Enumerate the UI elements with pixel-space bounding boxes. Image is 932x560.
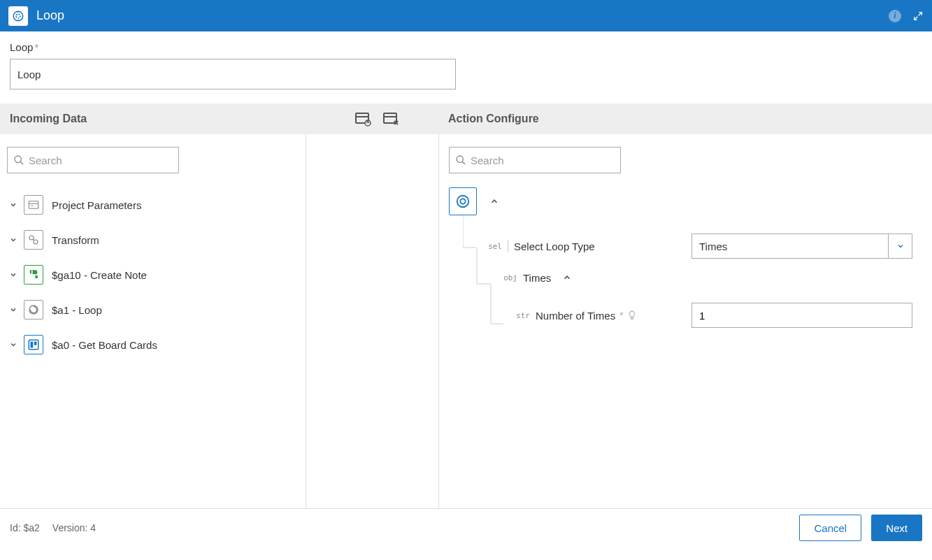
app-header: Loop i [0,0,932,31]
svg-point-12 [457,156,463,162]
cancel-button[interactable]: Cancel [799,515,861,541]
svg-rect-11 [34,342,37,345]
lightbulb-icon[interactable] [626,310,638,321]
tree-item-loop[interactable]: $a1 - Loop [7,292,299,327]
chevron-down-icon [7,201,20,209]
config-root[interactable] [449,187,922,215]
next-button[interactable]: Next [871,515,922,541]
config-select-loop-type-row: sel Select Loop Type Times [463,215,922,259]
svg-point-6 [29,236,34,240]
required-mark: * [619,310,623,321]
chevron-up-icon[interactable] [489,196,499,206]
tree-item-project-parameters[interactable]: Project Parameters [7,187,299,222]
loop-icon [8,6,28,26]
name-input[interactable] [10,59,456,89]
middle-panel [306,134,438,508]
svg-point-0 [13,11,23,21]
action-configure-panel: sel Select Loop Type Times obj Times [438,134,932,508]
tree-label: $a0 - Get Board Cards [52,339,157,351]
loop-small-icon [24,300,43,320]
number-of-times-label: Number of Times [536,310,615,322]
incoming-search-input[interactable] [29,155,173,166]
header-title: Loop [36,8,889,23]
svg-rect-5 [29,201,38,209]
config-times-row[interactable]: obj Times [463,259,922,296]
loop-type-value: Times [692,240,888,252]
tree-label: $ga10 - Create Note [52,269,147,281]
tree-item-create-note[interactable]: $ga10 - Create Note [7,257,299,292]
action-configure-header: Action Configure [448,113,539,125]
times-label: Times [523,272,551,284]
svg-point-13 [457,196,469,208]
svg-point-4 [15,156,21,162]
name-label: Loop* [10,41,922,53]
type-badge: sel [480,242,502,251]
expand-icon[interactable] [912,10,924,22]
chevron-down-icon [7,236,20,244]
incoming-data-header: Incoming Data [10,113,354,125]
main-content: Project Parameters Transform $ga10 - Cre… [0,134,932,508]
tree-label: $a1 - Loop [52,304,102,316]
action-search-input[interactable] [471,155,615,166]
footer-version: Version: 4 [52,522,96,533]
trello-icon [24,335,43,354]
chevron-up-icon[interactable] [562,273,572,282]
panel-close-icon[interactable] [382,111,401,127]
search-icon [455,155,466,166]
evernote-icon [24,265,43,285]
type-badge: obj [495,273,517,282]
tree-item-get-board-cards[interactable]: $a0 - Get Board Cards [7,327,299,362]
config-number-of-times-row: str Number of Times * [463,296,922,334]
action-search[interactable] [449,147,621,173]
search-icon [13,155,24,166]
panel-toggle-icon[interactable] [354,111,373,127]
tree-item-transform[interactable]: Transform [7,222,299,257]
incoming-search[interactable] [7,147,179,173]
params-icon [24,195,43,215]
chevron-down-icon [7,340,20,349]
select-loop-type-label: Select Loop Type [514,240,595,252]
info-icon[interactable]: i [889,10,901,22]
tree-label: Project Parameters [52,199,141,211]
svg-rect-9 [29,340,38,350]
chevron-down-icon [7,306,20,314]
chevron-down-icon [7,271,20,279]
svg-point-7 [34,240,38,244]
footer: Id: $a2 Version: 4 Cancel Next [0,508,932,547]
number-of-times-input[interactable] [691,303,912,328]
svg-rect-10 [31,342,34,348]
loop-config-icon [449,187,477,215]
section-headers: Incoming Data Action Configure [0,103,932,134]
tree-label: Transform [52,234,99,246]
incoming-data-panel: Project Parameters Transform $ga10 - Cre… [0,134,306,508]
name-section: Loop* [0,31,932,103]
transform-icon [24,230,43,250]
type-badge: str [508,311,530,320]
loop-type-select[interactable]: Times [691,234,912,259]
chevron-down-icon [888,234,912,258]
footer-id: Id: $a2 [10,522,40,533]
